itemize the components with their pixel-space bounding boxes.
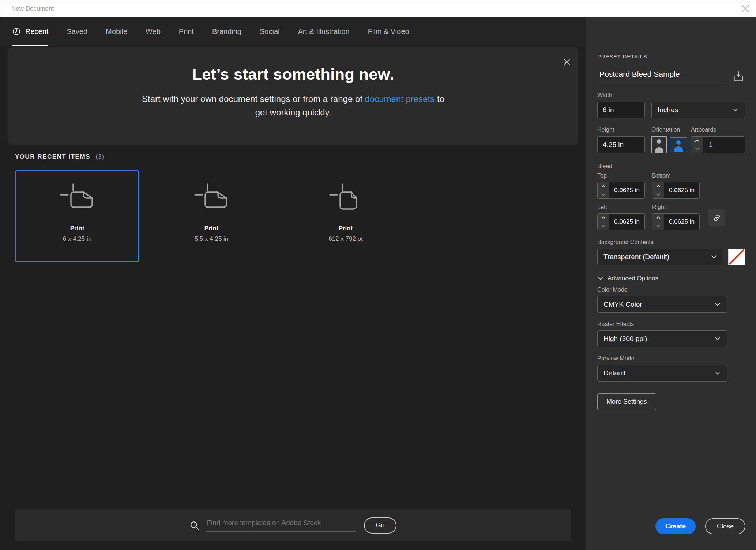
stepper-down-icon[interactable] [652, 222, 664, 230]
stepper-down-icon[interactable] [652, 190, 664, 198]
stock-search-input[interactable] [206, 519, 356, 532]
orientation-toggle [651, 136, 691, 153]
recent-item-card[interactable]: Print 6 x 4.25 in [15, 170, 139, 262]
bleed-label: Bleed [597, 163, 745, 170]
more-settings-button[interactable]: More Settings [597, 393, 656, 410]
height-label: Height [597, 126, 651, 133]
preview-mode-dropdown[interactable]: Default [597, 365, 727, 382]
stepper-up-icon[interactable] [598, 182, 609, 190]
stepper-down-icon[interactable] [598, 222, 609, 230]
artboards-stepper: 1 [691, 136, 745, 153]
adobe-stock-search-bar: Go [15, 509, 571, 541]
raster-effects-dropdown[interactable]: High (300 ppi) [597, 330, 727, 347]
go-button[interactable]: Go [364, 517, 396, 534]
stepper-down-icon[interactable] [691, 145, 703, 153]
hero-body: Start with your own document settings or… [8, 92, 578, 119]
background-color-swatch[interactable] [728, 249, 745, 265]
recent-item-title: Print [16, 225, 138, 232]
chevron-down-icon [714, 370, 721, 376]
window-close-icon[interactable] [740, 4, 751, 14]
chevron-down-icon [732, 107, 739, 113]
person-head [657, 139, 661, 144]
stepper-up-icon[interactable] [652, 182, 664, 190]
recent-items-count: (3) [95, 153, 104, 160]
save-preset-icon[interactable] [732, 70, 745, 83]
window-title: New Document [11, 5, 54, 12]
raster-effects-value: High (300 ppi) [603, 335, 647, 343]
bleed-left-stepper: 0.0625 in [597, 213, 645, 230]
advanced-options-toggle[interactable]: Advanced Options [597, 275, 745, 282]
stepper-down-icon[interactable] [598, 190, 609, 198]
color-mode-value: CMYK Color [603, 300, 642, 308]
link-bleed-values-button[interactable] [708, 209, 725, 226]
recent-items-heading-text: YOUR RECENT ITEMS [15, 153, 90, 160]
advanced-options-label: Advanced Options [608, 275, 658, 282]
bleed-section: Top 0.0625 in Left 0.0625 in Bottom [597, 172, 745, 230]
recent-item-card[interactable]: Print 5.5 x 4.25 in [149, 170, 274, 262]
tab-label: Art & Illustration [298, 27, 349, 36]
hero-close-icon[interactable] [563, 58, 571, 65]
tab-mobile[interactable]: Mobile [106, 17, 127, 46]
preset-name-input[interactable] [597, 70, 727, 84]
tab-film-video[interactable]: Film & Video [368, 17, 409, 46]
person-head [676, 140, 681, 145]
recent-item-size: 612 x 792 pt [284, 235, 407, 243]
dialog-footer: Create Close [655, 518, 745, 534]
orientation-portrait-icon[interactable] [651, 136, 667, 153]
preset-details-heading: PRESET DETAILS [597, 53, 745, 60]
recent-items-list: Print 6 x 4.25 in Print 5.5 x 4.25 in Pr… [15, 170, 408, 262]
window-titlebar: New Document [0, 0, 756, 17]
person-torso [674, 146, 683, 152]
tab-branding[interactable]: Branding [212, 17, 241, 46]
tab-recent[interactable]: Recent [12, 17, 48, 46]
recent-item-card[interactable]: Print 612 x 792 pt [283, 170, 408, 262]
bleed-top-value[interactable]: 0.0625 in [609, 182, 644, 198]
height-input[interactable] [597, 136, 645, 153]
artboards-label: Artboards [691, 126, 716, 133]
bleed-right-stepper: 0.0625 in [652, 213, 700, 230]
hero-body-text: to [437, 94, 444, 104]
hero-body-text: get working quickly. [255, 107, 331, 117]
recent-item-title: Print [284, 225, 407, 232]
tab-print[interactable]: Print [179, 17, 194, 46]
bleed-bottom-stepper: 0.0625 in [652, 182, 700, 199]
bleed-bottom-value[interactable]: 0.0625 in [664, 182, 699, 198]
tab-label: Film & Video [368, 27, 409, 36]
tab-art-illustration[interactable]: Art & Illustration [298, 17, 349, 46]
document-presets-link[interactable]: document presets [365, 94, 435, 104]
print-portrait-doc-icon [327, 183, 364, 216]
height-orientation-artboards-row: 1 [597, 136, 745, 153]
tab-saved[interactable]: Saved [67, 17, 87, 46]
print-landscape-doc-icon [59, 183, 95, 216]
create-button[interactable]: Create [655, 518, 696, 534]
artboards-value[interactable]: 1 [703, 137, 745, 153]
tab-social[interactable]: Social [260, 17, 279, 46]
width-input[interactable] [597, 102, 645, 118]
chevron-down-icon [714, 301, 721, 308]
background-contents-dropdown[interactable]: Transparent (Default) [597, 249, 723, 265]
stepper-up-icon[interactable] [691, 137, 703, 145]
orientation-landscape-icon[interactable] [670, 137, 687, 152]
bleed-right-value[interactable]: 0.0625 in [664, 214, 699, 230]
tab-label: Mobile [106, 27, 127, 36]
stepper-up-icon[interactable] [598, 214, 609, 222]
color-mode-dropdown[interactable]: CMYK Color [597, 296, 727, 313]
recent-item-title: Print [150, 225, 273, 232]
stepper-up-icon[interactable] [652, 214, 664, 222]
hero-banner: Let’s start something new. Start with yo… [8, 47, 578, 145]
bleed-left-value[interactable]: 0.0625 in [609, 214, 644, 230]
tab-label: Saved [67, 27, 87, 36]
bleed-top-stepper: 0.0625 in [597, 182, 645, 199]
units-dropdown[interactable]: Inches [651, 102, 745, 118]
background-contents-row: Transparent (Default) [597, 249, 745, 265]
main-content: Let’s start something new. Start with yo… [0, 46, 586, 550]
chevron-down-icon [597, 275, 604, 282]
background-contents-label: Background Contents [597, 239, 745, 246]
tab-web[interactable]: Web [146, 17, 161, 46]
preview-mode-value: Default [603, 369, 625, 377]
hero-body-text: Start with your own document settings or… [142, 94, 362, 104]
search-icon [189, 520, 199, 530]
close-button[interactable]: Close [705, 518, 745, 534]
tab-label: Recent [25, 27, 48, 36]
width-row: Inches [597, 102, 745, 118]
